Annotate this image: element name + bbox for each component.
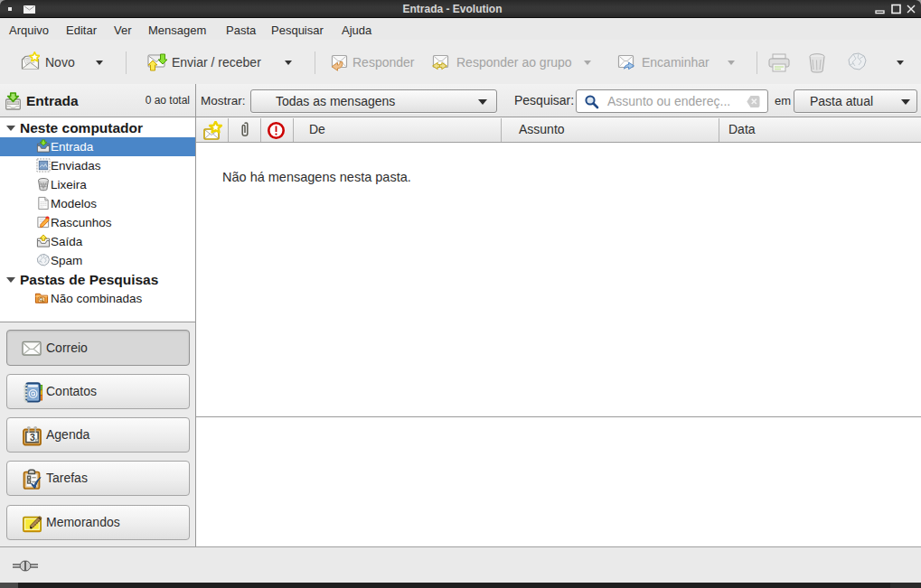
svg-text:3: 3 — [30, 432, 35, 443]
